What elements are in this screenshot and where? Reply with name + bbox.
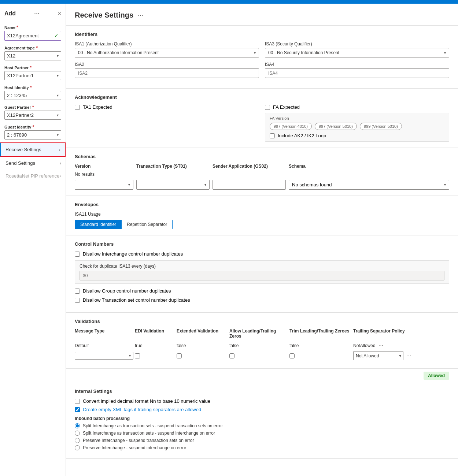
name-label: Name * bbox=[4, 25, 61, 30]
val-input-row-ellipsis[interactable]: ··· bbox=[405, 353, 413, 359]
convert-decimal-row: Convert implied decimal format Nn to bas… bbox=[75, 398, 449, 404]
agreement-type-select[interactable]: X12 ▾ bbox=[4, 51, 61, 60]
rosettanet-label: RosettaNet PiP reference bbox=[5, 173, 59, 179]
toggle-standard-identifier[interactable]: Standard Identifier bbox=[75, 220, 122, 229]
val-trim-leading-checkbox[interactable] bbox=[289, 353, 295, 358]
isa1-group: ISA1 (Authorization Qualifier) 00 - No A… bbox=[75, 41, 259, 57]
include-ak2-label: Include AK2 / IK2 Loop bbox=[278, 133, 326, 138]
sidebar-close[interactable]: × bbox=[58, 10, 61, 17]
val-trailing-select-wrapper[interactable]: Not Allowed Optional Mandatory ▾ bbox=[353, 351, 403, 360]
isa11-toggle-group: Standard Identifier Repetition Separator bbox=[75, 220, 449, 229]
schemas-col-version: Version bbox=[75, 164, 133, 169]
fa-version-options: 997 (Version 4010) 997 (Version 5010) 99… bbox=[270, 123, 444, 130]
schema-version-select[interactable]: ▾ bbox=[75, 180, 133, 190]
disallow-interchange-label: Disallow Interchange control number dupl… bbox=[83, 251, 183, 257]
disallow-transaction-checkbox[interactable] bbox=[75, 298, 80, 303]
toggle-repetition-separator[interactable]: Repetition Separator bbox=[122, 220, 173, 229]
val-trailing-select[interactable]: Not Allowed Optional Mandatory bbox=[354, 352, 398, 360]
guest-identity-select[interactable]: 2 : 67890 ▾ bbox=[4, 130, 61, 140]
create-empty-xml-label: Create empty XML tags if trailing separa… bbox=[83, 407, 201, 412]
radio-split-suspend-interchange[interactable] bbox=[75, 431, 80, 436]
fa-version-5010-999[interactable]: 999 (Version 5010) bbox=[360, 123, 402, 130]
radio-row-3: Preserve Interchange - suspend interchan… bbox=[75, 445, 449, 450]
disallow-interchange-checkbox[interactable] bbox=[75, 252, 80, 257]
validations-section: Validations Message Type EDI Validation … bbox=[66, 313, 458, 369]
val-extended-checkbox[interactable] bbox=[177, 353, 182, 358]
schema-schema-select[interactable]: No schemas found ▾ bbox=[289, 180, 449, 190]
guest-identity-chevron: ▾ bbox=[57, 133, 59, 137]
name-check-icon: ✓ bbox=[54, 33, 59, 38]
val-col-allow-leading: Allow Leading/Trailing Zeros bbox=[229, 328, 288, 339]
sidebar-item-send-settings[interactable]: Send Settings › bbox=[0, 157, 66, 170]
radio-preserve-suspend-sets[interactable] bbox=[75, 438, 80, 443]
main-content: Receive Settings ··· Identifiers ISA1 (A… bbox=[66, 4, 458, 476]
schemas-input-row: ▾ ▾ No schemas found ▾ bbox=[75, 180, 449, 190]
isa1-select[interactable]: 00 - No Authorization Information Presen… bbox=[75, 48, 259, 57]
sidebar-ellipsis[interactable]: ··· bbox=[34, 10, 40, 17]
identifiers-title: Identifiers bbox=[75, 31, 449, 37]
disallow-transaction-label: Disallow Transaction set control number … bbox=[83, 297, 190, 303]
fa-version-label: FA Version bbox=[270, 116, 444, 120]
ta1-checkbox[interactable] bbox=[75, 105, 80, 110]
host-partner-chevron: ▾ bbox=[57, 74, 59, 78]
internal-settings-title: Internal Settings bbox=[75, 388, 449, 394]
val-allow-leading-checkbox[interactable] bbox=[229, 353, 234, 358]
val-message-type-select[interactable]: ▾ bbox=[75, 352, 133, 360]
isa3-label: ISA3 (Security Qualifier) bbox=[265, 41, 449, 47]
radio-split-suspend-sets[interactable] bbox=[75, 423, 80, 428]
schema-schema-chevron: ▾ bbox=[444, 183, 446, 187]
sidebar-item-receive-settings[interactable]: Receive Settings › bbox=[0, 142, 66, 157]
fa-version-4010[interactable]: 997 (Version 4010) bbox=[270, 123, 312, 130]
ta1-group: TA1 Expected bbox=[75, 104, 259, 142]
name-input[interactable]: X12Agreement ✓ bbox=[4, 31, 61, 41]
disallow-group-row: Disallow Group control number duplicates bbox=[75, 288, 449, 294]
fa-group: FA Expected FA Version 997 (Version 4010… bbox=[265, 104, 449, 142]
fa-checkbox[interactable] bbox=[265, 105, 270, 110]
isa2-input[interactable] bbox=[75, 68, 259, 78]
host-identity-select[interactable]: 2 : 12345 ▾ bbox=[4, 91, 61, 100]
val-row-ellipsis[interactable]: ··· bbox=[377, 342, 385, 349]
sidebar-item-rosettanet: RosettaNet PiP reference › bbox=[0, 170, 66, 182]
receive-settings-label: Receive Settings bbox=[5, 147, 41, 152]
host-partner-field: Host Partner * X12Partner1 ▾ bbox=[0, 63, 66, 83]
fa-row: FA Expected bbox=[265, 104, 449, 110]
isa3-select[interactable]: 00 - No Security Information Present ▾ bbox=[265, 48, 449, 57]
ta1-row: TA1 Expected bbox=[75, 104, 259, 110]
schema-sender-select[interactable] bbox=[213, 180, 286, 190]
guest-partner-select[interactable]: X12Partner2 ▾ bbox=[4, 111, 61, 120]
fa-version-5010[interactable]: 997 (Version 5010) bbox=[315, 123, 357, 130]
convert-decimal-checkbox[interactable] bbox=[75, 399, 80, 404]
schemas-section: Schemas Version Transaction Type (ST01) … bbox=[66, 148, 458, 196]
create-empty-xml-checkbox[interactable] bbox=[75, 407, 80, 412]
include-ak2-checkbox[interactable] bbox=[270, 133, 275, 138]
host-identity-chevron: ▾ bbox=[57, 93, 59, 97]
schema-version-chevron: ▾ bbox=[128, 183, 130, 187]
schema-transaction-chevron: ▾ bbox=[204, 183, 206, 187]
radio-preserve-suspend-interchange[interactable] bbox=[75, 445, 80, 450]
host-partner-select[interactable]: X12Partner1 ▾ bbox=[4, 71, 61, 80]
fa-label: FA Expected bbox=[273, 104, 300, 110]
create-empty-xml-row: Create empty XML tags if trailing separa… bbox=[75, 407, 449, 412]
schemas-col-sender: Sender Application (GS02) bbox=[213, 164, 286, 169]
main-ellipsis[interactable]: ··· bbox=[138, 11, 143, 19]
isa1-value: 00 - No Authorization Information Presen… bbox=[78, 50, 159, 55]
isa4-input[interactable] bbox=[265, 68, 449, 78]
schemas-col-transaction: Transaction Type (ST01) bbox=[136, 164, 210, 169]
send-settings-label: Send Settings bbox=[5, 160, 35, 166]
sidebar: Add ··· × Name * X12Agreement ✓ Agreemen… bbox=[0, 4, 66, 476]
disallow-group-checkbox[interactable] bbox=[75, 289, 80, 294]
sidebar-title: Add bbox=[4, 10, 16, 17]
isa1-chevron: ▾ bbox=[254, 51, 256, 55]
duplicate-check-input[interactable] bbox=[80, 271, 444, 280]
receive-settings-chevron: › bbox=[59, 147, 60, 152]
isa1-label: ISA1 (Authorization Qualifier) bbox=[75, 41, 259, 47]
val-default-trim-leading: false bbox=[289, 343, 352, 348]
host-identity-field: Host Identity * 2 : 12345 ▾ bbox=[0, 83, 66, 103]
val-default-edi: true bbox=[135, 343, 175, 348]
schema-transaction-select[interactable]: ▾ bbox=[136, 180, 210, 190]
radio-label-0: Split Interchange as transaction sets - … bbox=[83, 423, 223, 428]
val-edi-checkbox[interactable] bbox=[135, 353, 140, 358]
send-settings-chevron: › bbox=[60, 161, 61, 166]
acknowledgement-title: Acknowledgement bbox=[75, 94, 449, 100]
guest-identity-label: Guest Identity * bbox=[4, 124, 61, 130]
